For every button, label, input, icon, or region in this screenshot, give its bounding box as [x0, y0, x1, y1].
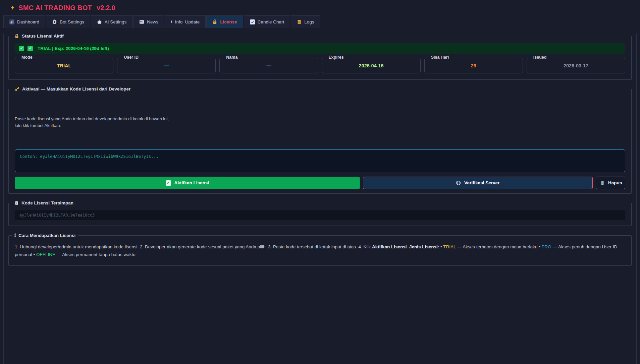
- robot-icon: [97, 19, 102, 24]
- candle-chart-icon: [250, 19, 255, 24]
- activate-license-button[interactable]: ✓ Aktifkan Lisensi: [15, 177, 360, 189]
- info-icon: i: [14, 233, 16, 238]
- license-tab-panel: Status Lisensi Aktif ✓ ✓ TRIAL | Exp: 20…: [3, 34, 637, 364]
- stat-label: User ID: [122, 55, 141, 60]
- stat-expires: Expires 2026-04-16: [322, 58, 421, 73]
- lightning-icon: [10, 4, 15, 11]
- status-license-section: Status Lisensi Aktif ✓ ✓ TRIAL | Exp: 20…: [8, 34, 632, 80]
- app-title: SMC AI TRADING BOT: [18, 4, 92, 12]
- verify-server-button[interactable]: Verifikasi Server: [363, 177, 593, 189]
- tab-label: Info Update: [175, 19, 200, 24]
- tab-candle-chart[interactable]: Candle Chart: [244, 15, 290, 28]
- padlock-icon: [14, 34, 19, 39]
- check-icon: ✓: [19, 46, 24, 51]
- padlock-icon: [212, 19, 217, 24]
- app-version: v2.2.0: [97, 4, 115, 12]
- stat-user-id: User ID —: [117, 58, 216, 73]
- tab-dashboard[interactable]: Dashboard: [3, 15, 45, 28]
- tab-label: Logs: [304, 19, 314, 24]
- stat-nama: Nama —: [219, 58, 318, 73]
- tab-logs[interactable]: Logs: [291, 15, 320, 28]
- activation-buttons: ✓ Aktifkan Lisensi Verifikasi Server Hap…: [15, 177, 625, 189]
- section-title: Cara Mendapatkan Lisensi: [18, 233, 75, 238]
- stat-value: —: [266, 63, 271, 68]
- license-status-banner: ✓ ✓ TRIAL | Exp: 2026-04-16 (29d left): [15, 43, 625, 54]
- info-icon: i: [171, 19, 172, 24]
- activation-legend: Aktivasi — Masukkan Kode Lisensi dari De…: [12, 86, 133, 92]
- license-stats-row: Mode TRIAL User ID — Nama — Expires 2026…: [15, 58, 625, 73]
- tab-label: AI Settings: [105, 19, 126, 24]
- how-to-legend: i Cara Mendapatkan Lisensi: [12, 233, 78, 238]
- license-type-trial: TRIAL: [443, 244, 456, 249]
- stat-label: Nama: [224, 55, 239, 60]
- delete-license-button[interactable]: Hapus: [596, 177, 625, 189]
- globe-icon: [456, 180, 461, 185]
- license-type-pro: PRO: [541, 244, 551, 249]
- stat-value: 2026-03-17: [564, 63, 588, 68]
- tab-label: News: [147, 19, 158, 24]
- clipboard-icon: [14, 200, 19, 205]
- license-type-offline: OFFLINE: [36, 252, 55, 257]
- stat-mode: Mode TRIAL: [15, 58, 113, 73]
- stat-value: 29: [471, 63, 476, 68]
- tab-label: License: [220, 19, 237, 24]
- stat-label: Issued: [531, 55, 549, 60]
- section-title: Status Lisensi Aktif: [22, 34, 64, 39]
- tab-license[interactable]: License: [206, 15, 243, 28]
- logs-icon: [297, 19, 302, 24]
- section-title: Kode Lisensi Tersimpan: [21, 200, 73, 205]
- activation-description: Paste kode lisensi yang Anda terima dari…: [15, 116, 625, 129]
- stat-label: Sisa Hari: [429, 55, 451, 60]
- tab-bot-settings[interactable]: Bot Settings: [46, 15, 90, 28]
- status-license-legend: Status Lisensi Aktif: [12, 34, 66, 39]
- stat-sisa-hari: Sisa Hari 29: [424, 58, 523, 73]
- activation-section: Aktivasi — Masukkan Kode Lisensi dari De…: [8, 86, 632, 194]
- tab-bar: Dashboard Bot Settings AI Settings News …: [0, 15, 640, 28]
- stat-issued: Issued 2026-03-17: [527, 58, 625, 73]
- trash-icon: [600, 180, 605, 185]
- dashboard-icon: [9, 19, 14, 24]
- stat-label: Mode: [19, 55, 35, 60]
- tab-label: Candle Chart: [258, 19, 284, 24]
- license-status-text: TRIAL | Exp: 2026-04-16 (29d left): [38, 46, 109, 51]
- stored-license-section: Kode Lisensi Tersimpan: [8, 200, 632, 226]
- stat-label: Expires: [327, 55, 346, 60]
- how-to-text: 1. Hubungi developer/admin untuk mendapa…: [15, 243, 625, 259]
- tab-ai-settings[interactable]: AI Settings: [91, 15, 132, 28]
- tab-label: Dashboard: [17, 19, 39, 24]
- tab-news[interactable]: News: [133, 15, 164, 28]
- stored-license-code-field[interactable]: [15, 210, 625, 220]
- stored-license-legend: Kode Lisensi Tersimpan: [12, 200, 76, 205]
- tab-label: Bot Settings: [60, 19, 84, 24]
- tab-info-update[interactable]: i Info Update: [165, 15, 206, 28]
- section-title: Aktivasi — Masukkan Kode Lisensi dari De…: [22, 86, 130, 92]
- newspaper-icon: [139, 19, 144, 24]
- key-icon: [14, 86, 19, 92]
- check-icon: ✓: [166, 180, 171, 186]
- license-code-input[interactable]: [15, 149, 625, 172]
- check-icon: ✓: [28, 46, 33, 51]
- stat-value: 2026-04-16: [359, 63, 384, 68]
- how-to-get-license-section: i Cara Mendapatkan Lisensi 1. Hubungi de…: [8, 233, 632, 266]
- stat-value: TRIAL: [57, 63, 71, 68]
- app-header: SMC AI TRADING BOT v2.2.0: [0, 0, 640, 15]
- stat-value: —: [164, 63, 169, 68]
- gear-icon: [52, 19, 57, 24]
